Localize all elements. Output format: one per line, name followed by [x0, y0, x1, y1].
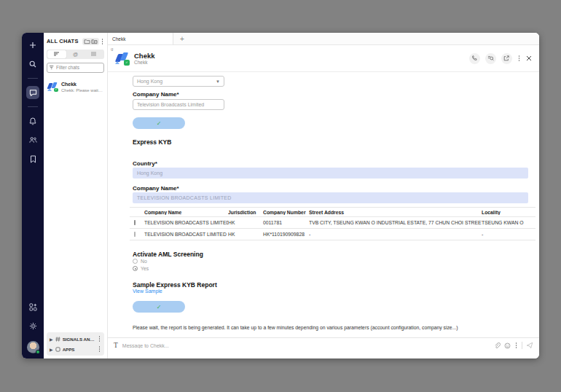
chat-bubble-icon: [29, 89, 37, 97]
tab-tasks[interactable]: [85, 50, 103, 58]
tab-all-chats[interactable]: [47, 50, 66, 58]
country-select[interactable]: Hong Kong ▼: [133, 76, 224, 87]
text-format-icon[interactable]: T: [114, 342, 118, 349]
chats-button[interactable]: [26, 86, 39, 99]
tab-bar: Chekk +: [108, 33, 539, 45]
saved-items-button[interactable]: [26, 152, 39, 165]
chat-list-menu-button[interactable]: [101, 37, 105, 46]
section-menu-button[interactable]: [98, 345, 102, 353]
check-icon: ✓: [157, 304, 162, 310]
close-conversation-button[interactable]: [526, 55, 532, 61]
list-icon: [91, 52, 97, 57]
sort-lines-icon: [54, 52, 60, 57]
filter-chats-input[interactable]: [56, 65, 101, 70]
conversation-title: Chekk: [134, 52, 155, 60]
chat-list-item-chekk[interactable]: ✓ Chekk Chekk: Please wait, t...: [47, 80, 104, 95]
section-menu-button[interactable]: [98, 334, 102, 343]
chekk-avatar: ✓: [47, 82, 58, 93]
section-signals[interactable]: ▶ SIGNALS AND TA...: [48, 334, 103, 344]
conversation-subtitle: Chekk: [134, 60, 155, 66]
cell-company-number: 0011781: [263, 220, 309, 225]
row-radio[interactable]: [134, 232, 136, 237]
view-sample-link[interactable]: View Sample: [133, 289, 162, 294]
tab-chekk[interactable]: Chekk: [108, 33, 173, 44]
submit-button[interactable]: ✓: [133, 117, 185, 129]
open-external-button[interactable]: [501, 53, 512, 64]
close-icon: [526, 55, 532, 61]
generate-report-button[interactable]: ✓: [133, 301, 185, 313]
country-label: Country*: [133, 160, 157, 167]
search-icon: [29, 60, 36, 68]
bookmark-icon: [30, 155, 36, 163]
apps-button[interactable]: [26, 300, 39, 313]
chevron-right-icon: ▶: [50, 347, 53, 352]
folder-buttons: [82, 38, 99, 45]
new-chat-button[interactable]: [26, 39, 39, 52]
aml-radio-yes[interactable]: [133, 266, 138, 271]
message-content-area: Hong Kong ▼ Company Name* Television Bro…: [108, 72, 539, 337]
cell-jurisdiction: HK: [228, 220, 263, 225]
conversation-header: g ✓ Chekk Chekk: [108, 45, 539, 71]
cell-street-address: -: [309, 232, 482, 237]
app-square-icon: [55, 347, 60, 352]
notifications-button[interactable]: [26, 114, 39, 128]
cell-company-name: TELEVISION BROADCASTS LIMITED: [144, 220, 228, 225]
country-field-disabled: Hong Kong: [133, 168, 528, 179]
call-button[interactable]: [469, 53, 480, 64]
col-company-number: Company Number: [263, 210, 309, 215]
section-label: SIGNALS AND TA...: [63, 337, 95, 342]
online-status-dot: [36, 350, 40, 354]
settings-button[interactable]: [26, 319, 39, 332]
hidden-chats-button[interactable]: [91, 39, 98, 44]
composer-menu-button[interactable]: [514, 341, 519, 350]
company-name-input[interactable]: Television Broadcasts Limited: [133, 99, 224, 110]
message-input[interactable]: [122, 343, 490, 348]
contacts-button[interactable]: [26, 133, 39, 146]
chekk-logo: ✓: [115, 51, 130, 66]
conversation-menu-button[interactable]: [517, 54, 522, 63]
aml-radio-no[interactable]: [133, 259, 138, 264]
chat-name: Chekk: [61, 82, 103, 87]
table-header-row: Company Name Jurisdiction Company Number…: [130, 207, 536, 217]
row-radio-selected[interactable]: [134, 220, 136, 225]
table-row[interactable]: TELEVISION BROADCAST LIMITED HK HK*11019…: [130, 229, 536, 240]
cell-locality: -: [482, 232, 536, 237]
tab-mentions[interactable]: @: [66, 50, 85, 58]
send-button[interactable]: [526, 342, 533, 349]
search-button[interactable]: [26, 58, 39, 71]
col-company-name: Company Name: [144, 210, 228, 215]
filter-chats-field[interactable]: [47, 63, 104, 73]
chat-list-panel: ALL CHATS @: [44, 33, 108, 358]
main-area: Chekk + g ✓ Chekk Chekk: [108, 33, 539, 358]
emoji-button[interactable]: [504, 342, 511, 349]
new-folder-button[interactable]: [84, 39, 90, 44]
users-icon: [29, 136, 37, 144]
express-kyb-heading: Express KYB: [133, 138, 171, 146]
gear-icon: [29, 322, 37, 330]
rail-divider: [28, 78, 38, 79]
user-avatar[interactable]: [27, 341, 39, 353]
message-composer: T: [108, 337, 539, 353]
bell-icon: [29, 117, 36, 125]
apps-grid-icon: [29, 303, 37, 311]
chevron-right-icon: ▶: [50, 337, 53, 342]
filter-icon: [50, 65, 54, 70]
aml-option-no-label: No: [141, 259, 147, 264]
col-street-address: Street Address: [309, 210, 482, 215]
folder-eye-icon: [91, 39, 98, 44]
search-in-chat-button[interactable]: [485, 53, 496, 64]
cell-street-address: TVB CITY, TSEUNG KWAN O INDUSTRIAL ESTAT…: [309, 220, 482, 225]
company-name-label-2: Company Name*: [133, 185, 179, 192]
cell-company-name: TELEVISION BROADCAST LIMITED: [144, 232, 228, 237]
collapsed-sections: ▶ SIGNALS AND TA... ▶ APPS: [47, 332, 104, 356]
chat-list-title: ALL CHATS: [47, 38, 82, 44]
table-row[interactable]: TELEVISION BROADCASTS LIMITED HK 0011781…: [130, 217, 536, 229]
attach-button[interactable]: [494, 342, 501, 349]
cell-company-number: HK*110190909828: [263, 232, 309, 237]
nav-rail: [22, 33, 44, 358]
rail-divider: [28, 106, 38, 107]
section-apps[interactable]: ▶ APPS: [48, 344, 103, 354]
cell-jurisdiction: HK: [228, 232, 263, 237]
add-tab-button[interactable]: +: [173, 33, 191, 44]
cell-locality: TSEUNG KWAN O: [482, 220, 536, 225]
